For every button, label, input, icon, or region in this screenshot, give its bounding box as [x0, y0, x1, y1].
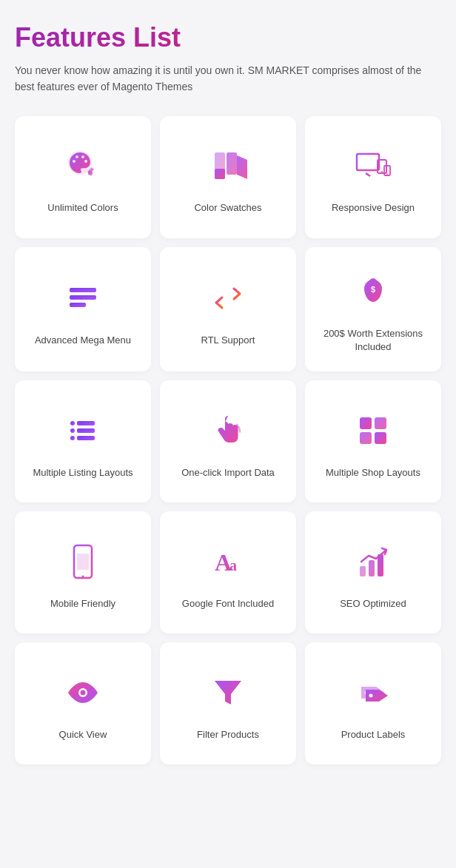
feature-label: Quick View	[59, 728, 107, 741]
svg-rect-15	[70, 303, 86, 307]
feature-card-responsive-design: Responsive Design	[305, 116, 441, 238]
svg-rect-3	[227, 152, 237, 175]
svg-rect-22	[77, 428, 95, 433]
feature-label: One-click Import Data	[181, 466, 275, 480]
svg-rect-13	[70, 288, 96, 292]
svg-point-23	[70, 436, 75, 440]
svg-text:$: $	[371, 285, 375, 294]
feature-label: Product Labels	[341, 728, 406, 741]
feature-label: Unlimited Colors	[47, 201, 118, 215]
rtl-icon	[206, 276, 250, 320]
listing-icon	[61, 408, 105, 453]
moneybag-icon: $	[351, 269, 395, 314]
feature-card-quick-view: Quick View	[15, 642, 151, 764]
feature-card-color-swatches: Color Swatches	[160, 116, 296, 238]
labels-icon	[351, 670, 395, 715]
svg-point-12	[386, 173, 388, 175]
seo-icon	[351, 539, 395, 584]
feature-card-listing-layouts: Multiple Listing Layouts	[15, 380, 151, 502]
features-grid: Unlimited Colors Color Swatches	[15, 116, 441, 764]
svg-rect-5	[215, 169, 225, 179]
feature-label: Responsive Design	[332, 201, 415, 215]
click-icon	[206, 408, 250, 453]
feature-card-filter-products: Filter Products	[160, 642, 296, 764]
feature-card-mobile-friendly: Mobile Friendly	[15, 511, 151, 633]
svg-rect-25	[360, 417, 372, 429]
svg-point-32	[82, 575, 84, 577]
feature-card-product-labels: Product Labels	[305, 642, 441, 764]
feature-card-google-font: A a Google Font Included	[160, 511, 296, 633]
svg-point-42	[369, 693, 373, 697]
feature-label: 200$ Worth Extensions Included	[317, 327, 429, 354]
feature-label: RTL Support	[201, 334, 255, 347]
svg-rect-20	[77, 421, 95, 425]
feature-card-rtl-support: RTL Support	[160, 247, 296, 371]
feature-label: Multiple Listing Layouts	[33, 466, 133, 480]
feature-card-extensions: $ 200$ Worth Extensions Included	[305, 247, 441, 371]
megamenu-icon	[61, 276, 105, 320]
svg-rect-26	[375, 417, 386, 429]
eye-icon	[61, 670, 105, 715]
svg-rect-37	[369, 560, 375, 576]
responsive-icon	[351, 144, 395, 188]
svg-rect-36	[360, 566, 366, 576]
svg-rect-24	[77, 436, 95, 440]
feature-label: Advanced Mega Menu	[35, 334, 131, 347]
svg-point-1	[88, 171, 93, 175]
palette-icon	[61, 144, 105, 188]
feature-label: Filter Products	[197, 728, 259, 741]
feature-label: SEO Optimized	[340, 597, 406, 610]
svg-rect-33	[77, 554, 89, 570]
svg-rect-6	[357, 154, 379, 170]
feature-card-oneclick-import: One-click Import Data	[160, 380, 296, 502]
svg-rect-28	[375, 432, 386, 444]
page-title: Features List	[15, 22, 441, 53]
svg-marker-4	[237, 155, 247, 179]
svg-rect-27	[360, 432, 372, 444]
feature-label: Mobile Friendly	[50, 597, 115, 610]
feature-card-unlimited-colors: Unlimited Colors	[15, 116, 151, 238]
feature-card-advanced-mega-menu: Advanced Mega Menu	[15, 247, 151, 371]
svg-point-19	[70, 421, 75, 425]
feature-label: Google Font Included	[182, 597, 274, 610]
page-subtitle: You never know how amazing it is until y…	[15, 62, 441, 95]
feature-card-shop-layouts: Multiple Shop Layouts	[305, 380, 441, 502]
svg-rect-14	[70, 295, 96, 300]
feature-label: Color Swatches	[194, 201, 261, 215]
feature-label: Multiple Shop Layouts	[326, 466, 420, 480]
filter-icon	[206, 670, 250, 715]
font-icon: A a	[206, 539, 250, 584]
grid-icon	[351, 408, 395, 453]
svg-point-10	[381, 171, 383, 172]
svg-point-21	[70, 428, 75, 433]
swatches-icon	[206, 144, 250, 188]
feature-card-seo: SEO Optimized	[305, 511, 441, 633]
svg-point-40	[81, 690, 86, 695]
mobile-icon	[61, 539, 105, 584]
svg-text:a: a	[229, 557, 237, 573]
